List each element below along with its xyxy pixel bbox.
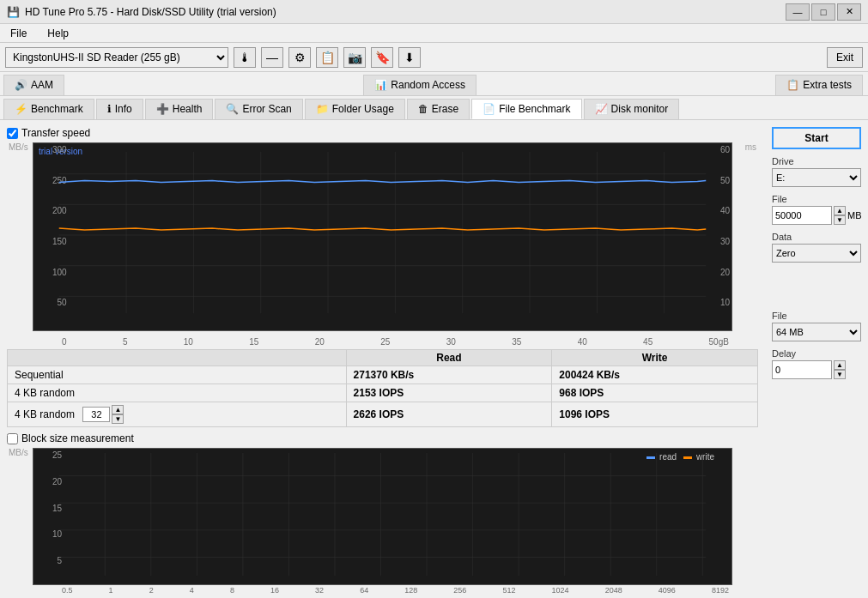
favorite-icon-btn[interactable]: 🔖: [371, 47, 393, 68]
aam-icon: 🔊: [15, 79, 27, 91]
block-size-row: Block size measurement: [7, 432, 758, 444]
data-section: Data Zero: [772, 232, 861, 263]
y-axis-right-label: ms: [745, 142, 756, 152]
tab-row-1: 🔊 AAM 📊 Random Access 📋 Extra tests: [0, 72, 868, 96]
menu-bar: File Help: [0, 24, 868, 43]
file-select2[interactable]: 64 MB: [772, 323, 861, 341]
health-icon: ➕: [156, 103, 169, 115]
tab-health[interactable]: ➕ Health: [145, 99, 214, 119]
chart2-area: read write 25 20 15 10 5: [33, 448, 732, 585]
file-size-down[interactable]: ▼: [834, 215, 846, 225]
tab-aam[interactable]: 🔊 AAM: [3, 75, 64, 95]
table-row: Sequential 271370 KB/s 200424 KB/s: [8, 366, 758, 384]
camera-icon-btn[interactable]: 📷: [343, 47, 366, 68]
transfer-speed-label: Transfer speed: [21, 127, 90, 139]
queue-depth-down[interactable]: ▼: [112, 414, 124, 424]
close-button[interactable]: ✕: [837, 3, 861, 21]
y-axis-label2: MB/s: [9, 448, 28, 457]
left-panel: Transfer speed MB/s ms trial version 300…: [0, 120, 765, 598]
row-write: 968 IOPS: [552, 384, 758, 402]
y-axis-label: MB/s: [9, 142, 28, 152]
drive-label: Drive: [772, 156, 861, 166]
tab-benchmark[interactable]: ⚡ Benchmark: [3, 99, 94, 119]
maximize-button[interactable]: □: [811, 3, 835, 21]
row-label: 4 KB random: [8, 384, 347, 402]
row-label: Sequential: [8, 366, 347, 384]
tab-error-scan[interactable]: 🔍 Error Scan: [215, 99, 302, 119]
copy-icon-btn[interactable]: 📋: [316, 47, 338, 68]
col-label: [8, 350, 347, 366]
transfer-speed-checkbox[interactable]: [7, 128, 18, 139]
block-size-checkbox[interactable]: [7, 433, 18, 444]
file-section2: File 64 MB: [772, 311, 861, 341]
download-icon-btn[interactable]: ⬇: [398, 47, 421, 68]
row-read: 271370 KB/s: [346, 366, 552, 384]
delay-label: Delay: [772, 348, 861, 359]
toolbar: KingstonUHS-II SD Reader (255 gB) 🌡 — ⚙ …: [0, 43, 868, 72]
exit-button[interactable]: Exit: [827, 47, 863, 68]
row-read: 2626 IOPS: [346, 402, 552, 427]
temp-icon-btn[interactable]: 🌡: [234, 47, 256, 68]
delay-up[interactable]: ▲: [834, 360, 846, 370]
drive-selector[interactable]: KingstonUHS-II SD Reader (255 gB): [5, 47, 228, 68]
folderusage-icon: 📁: [316, 103, 329, 115]
start-button[interactable]: Start: [772, 127, 861, 149]
results-table: Read Write Sequential 271370 KB/s 200424…: [7, 349, 758, 427]
tab-file-benchmark[interactable]: 📄 File Benchmark: [471, 99, 581, 119]
file-section: File ▲ ▼ MB: [772, 194, 861, 225]
main-content: Transfer speed MB/s ms trial version 300…: [0, 120, 868, 598]
tab-random-access[interactable]: 📊 Random Access: [363, 75, 476, 95]
queue-depth-input[interactable]: [82, 407, 110, 422]
info-icon: ℹ: [107, 103, 112, 115]
drive-section: Drive E:: [772, 156, 861, 187]
app-icon: 💾: [7, 6, 20, 18]
x-axis-labels2: 0.5 1 2 4 8 16 32 64 128 256 512 1024 20…: [58, 585, 732, 595]
chart2-svg: [33, 449, 731, 584]
errorscan-icon: 🔍: [226, 103, 239, 115]
data-label: Data: [772, 232, 861, 242]
file-size-up[interactable]: ▲: [834, 206, 846, 215]
row-write: 200424 KB/s: [552, 366, 758, 384]
tab-extra-tests[interactable]: 📋 Extra tests: [775, 75, 863, 95]
x-axis-labels: 0 5 10 15 20 25 30 35 40 45 50gB: [58, 336, 732, 347]
right-panel: Start Drive E: File ▲ ▼ MB Data Z: [765, 120, 868, 598]
col-write: Write: [552, 350, 758, 366]
file-unit: MB: [847, 210, 862, 220]
tab-disk-monitor[interactable]: 📈 Disk monitor: [584, 99, 680, 119]
settings-icon-btn[interactable]: ⚙: [288, 47, 311, 68]
row-read: 2153 IOPS: [346, 384, 552, 402]
row-write: 1096 IOPS: [552, 402, 758, 427]
tab-erase[interactable]: 🗑 Erase: [407, 99, 470, 119]
dash-icon-btn[interactable]: —: [261, 47, 283, 68]
table-row: 4 KB random 2153 IOPS 968 IOPS: [8, 384, 758, 402]
tab-info[interactable]: ℹ Info: [96, 99, 143, 119]
transfer-speed-row: Transfer speed: [7, 127, 758, 139]
chart1-area: trial version 300 250 200 150 100 50 60 …: [33, 142, 732, 331]
row-label: 4 KB random ▲ ▼: [8, 402, 347, 427]
erase-icon: 🗑: [418, 103, 428, 115]
random-icon: 📊: [374, 79, 387, 91]
file-label2: File: [772, 311, 861, 321]
delay-input[interactable]: [772, 360, 832, 379]
data-select[interactable]: Zero: [772, 244, 861, 263]
delay-down[interactable]: ▼: [834, 370, 846, 379]
extra-icon: 📋: [786, 79, 799, 91]
tab-folder-usage[interactable]: 📁 Folder Usage: [305, 99, 405, 119]
col-read: Read: [346, 350, 552, 366]
queue-depth-up[interactable]: ▲: [112, 405, 124, 414]
block-size-label: Block size measurement: [21, 432, 134, 444]
delay-section: Delay ▲ ▼: [772, 348, 861, 379]
chart1-svg: [33, 143, 731, 330]
window-title: HD Tune Pro 5.75 - Hard Disk/SSD Utility…: [25, 6, 276, 18]
filebench-icon: 📄: [483, 103, 495, 115]
menu-file[interactable]: File: [7, 27, 30, 40]
table-row: 4 KB random ▲ ▼ 2626 IOPS 1096 IOPS: [8, 402, 758, 427]
drive-select-panel[interactable]: E:: [772, 168, 861, 187]
menu-help[interactable]: Help: [44, 27, 72, 40]
tab-row-2: ⚡ Benchmark ℹ Info ➕ Health 🔍 Error Scan…: [0, 96, 868, 120]
diskmonitor-icon: 📈: [595, 103, 608, 115]
file-label: File: [772, 194, 861, 204]
file-size-input[interactable]: [772, 206, 832, 225]
title-bar: 💾 HD Tune Pro 5.75 - Hard Disk/SSD Utili…: [0, 0, 868, 24]
minimize-button[interactable]: —: [786, 3, 810, 21]
